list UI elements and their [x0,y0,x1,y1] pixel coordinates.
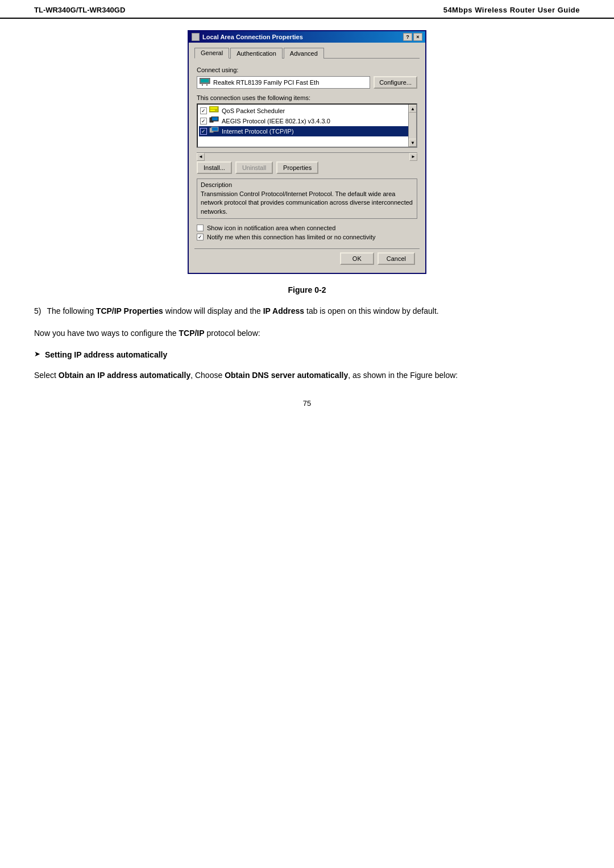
page-content: Local Area Connection Properties ? × Gen… [0,30,614,382]
titlebar: Local Area Connection Properties ? × [189,31,425,43]
page-footer: 75 [0,399,614,408]
action-buttons: Install... Uninstall Properties [197,161,417,174]
scroll-track [409,113,416,139]
dialog-container: Local Area Connection Properties ? × Gen… [34,30,580,274]
tabs-bar: General Authentication Advanced [194,47,420,59]
svg-rect-2 [192,39,199,40]
notify-checkbox[interactable]: ✓ [197,234,204,240]
help-button[interactable]: ? [403,33,412,41]
scroll-left-button[interactable]: ◄ [197,153,205,161]
svg-rect-15 [212,127,218,131]
section-title: Setting IP address automatically [45,348,167,361]
list-item[interactable]: ✓ AEGIS Protocol (IEEE 802.1x) v3 [199,116,415,126]
show-icon-checkbox[interactable] [197,225,204,231]
items-list: ✓ QoS Packet Scheduler [197,103,417,148]
aegis-label: AEGIS Protocol (IEEE 802.1x) v3.4.3.0 [222,118,330,124]
para5-num: 5) [34,305,41,317]
obtain-dns-bold: Obtain DNS server automatically [225,371,348,380]
items-label: This connection uses the following items… [197,94,417,101]
description-text: Transmission Control Protocol/Internet P… [201,190,413,216]
body-para-3: Select Obtain an IP address automaticall… [34,369,580,381]
titlebar-controls: ? × [403,33,422,41]
body-para-2: Now you have two ways to configure the T… [34,327,580,339]
para5-text: The following TCP/IP Properties window w… [47,305,438,317]
header-model: TL-WR340G/TL-WR340GD [34,6,125,14]
svg-rect-9 [210,110,215,111]
svg-rect-5 [202,84,203,86]
ok-button[interactable]: OK [340,252,374,265]
configure-button[interactable]: Configure... [374,76,417,89]
qos-icon [209,106,219,115]
tcpip-bold: TCP/IP [179,329,204,338]
tab-advanced[interactable]: Advanced [284,48,324,59]
list-item[interactable]: ✓ QoS Packet Scheduler [199,106,415,116]
header-title: 54Mbps Wireless Router User Guide [443,6,580,14]
page-header: TL-WR340G/TL-WR340GD 54Mbps Wireless Rou… [0,0,614,19]
uninstall-button[interactable]: Uninstall [235,161,273,174]
connect-using-label: Connect using: [197,67,417,73]
tab-general[interactable]: General [194,48,229,59]
checkbox-section: Show icon in notification area when conn… [197,225,417,240]
close-button[interactable]: × [413,33,422,41]
content-area: Connect using: Realte [194,64,420,248]
qos-label: QoS Packet Scheduler [222,107,285,114]
notify-row: ✓ Notify me when this connection has lim… [197,234,417,240]
obtain-ip-bold: Obtain an IP address automatically [59,371,190,380]
tcpip-icon [209,127,219,136]
scrollbar-vertical[interactable]: ▲ ▼ [408,105,416,147]
win-dialog: Local Area Connection Properties ? × Gen… [188,30,426,274]
install-button[interactable]: Install... [197,161,232,174]
svg-rect-1 [192,37,199,38]
aegis-checkbox[interactable]: ✓ [200,118,207,124]
scroll-up-button[interactable]: ▲ [409,105,417,113]
svg-rect-0 [192,34,199,36]
titlebar-icon [192,33,200,41]
svg-rect-7 [209,106,218,112]
tcpip-checkbox[interactable]: ✓ [200,128,207,135]
ok-cancel-row: OK Cancel [194,248,420,267]
para5-bold1: TCP/IP Properties [96,306,163,315]
show-icon-row: Show icon in notification area when conn… [197,225,417,231]
list-item-selected[interactable]: ✓ Internet Protocol (TCP/IP) [199,126,415,136]
svg-rect-8 [210,107,217,109]
figure-caption: Figure 0-2 [34,285,580,294]
svg-rect-4 [201,79,209,82]
description-group: Description Transmission Control Protoco… [197,178,417,219]
adapter-icon [200,78,211,87]
titlebar-title: Local Area Connection Properties [202,34,303,40]
para5-bold2: IP Address [263,306,304,315]
tab-authentication[interactable]: Authentication [230,48,283,59]
arrow-symbol: ➤ [34,348,40,360]
body-para-5: 5) The following TCP/IP Properties windo… [34,305,580,317]
adapter-name: Realtek RTL8139 Family PCI Fast Eth [213,79,319,86]
qos-checkbox[interactable]: ✓ [200,107,207,114]
items-list-container: ✓ QoS Packet Scheduler [197,103,417,160]
svg-rect-6 [206,84,208,86]
adapter-box: Realtek RTL8139 Family PCI Fast Eth [197,76,370,89]
titlebar-left: Local Area Connection Properties [192,33,303,41]
items-list-inner: ✓ QoS Packet Scheduler [198,105,416,138]
notify-label: Notify me when this connection has limit… [207,234,376,240]
properties-button[interactable]: Properties [276,161,318,174]
description-label: Description [201,181,413,188]
tcpip-label: Internet Protocol (TCP/IP) [222,128,294,135]
scroll-down-button[interactable]: ▼ [409,139,417,147]
page-number: 75 [303,399,311,408]
cancel-button[interactable]: Cancel [377,252,415,265]
dialog-body: General Authentication Advanced Connect … [189,43,425,273]
scroll-right-button[interactable]: ► [409,153,417,161]
aegis-icon [209,117,219,126]
adapter-row: Realtek RTL8139 Family PCI Fast Eth Conf… [197,76,417,89]
scrollbar-horizontal[interactable]: ◄ ► [197,152,417,160]
section-heading: ➤ Setting IP address automatically [34,348,580,361]
show-icon-label: Show icon in notification area when conn… [207,225,335,231]
svg-rect-12 [212,117,218,121]
